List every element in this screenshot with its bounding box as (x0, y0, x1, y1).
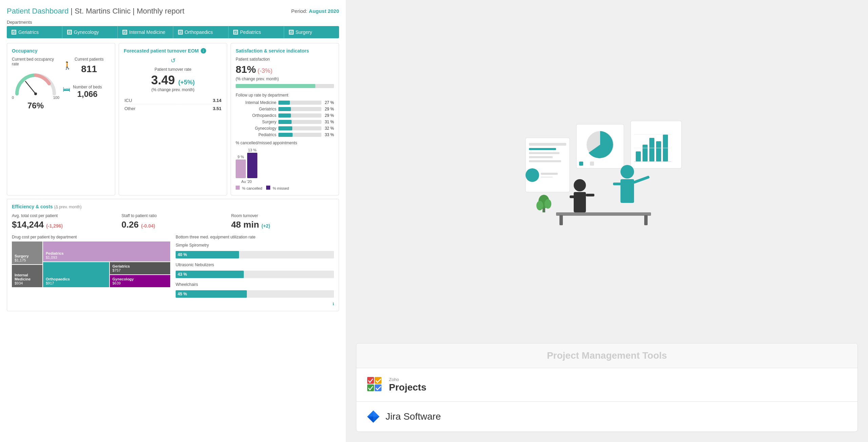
followup-gynecology-pct: 32 % (325, 126, 334, 131)
jira-logo-icon (367, 410, 380, 423)
metrics-row: Avg. total cost per patient $14,244 (-1,… (12, 213, 334, 230)
treemap-pediatrics: Pediatrics $1,093 (43, 241, 170, 261)
pediatrics-cell-value: $1,093 (46, 255, 167, 259)
orthopaedics-cell-name: Orthopaedics (46, 277, 106, 281)
followup-gynecology-label: Gynecology (236, 126, 276, 131)
svg-rect-16 (636, 151, 641, 162)
dept-internal-medicine-checkbox[interactable]: ✓ (122, 30, 127, 35)
dashboard-header: Patient Dashboard | St. Martins Clinic |… (7, 7, 339, 16)
dept-pediatrics-checkbox[interactable]: ✓ (233, 30, 238, 35)
equip-wheelchairs-fill: 45 % (176, 290, 247, 298)
svg-rect-18 (649, 138, 654, 162)
dept-gynecology-checkbox[interactable]: ✓ (67, 30, 72, 35)
gauge-labels: 0 100 (12, 96, 59, 100)
beds-label: Number of beds (73, 85, 102, 89)
turnover-table: ICU 3.14 Other 3.51 (124, 96, 222, 113)
title-sep1: | (68, 7, 75, 15)
svg-rect-7 (529, 160, 561, 162)
svg-rect-31 (633, 175, 650, 184)
dept-geriatrics[interactable]: ✓ Geriatrics (7, 26, 62, 38)
svg-rect-29 (620, 179, 634, 203)
apt-legend: % cancelled % missed (236, 186, 334, 190)
missed-pct-label: 13 % (248, 148, 256, 152)
svg-point-1 (34, 92, 37, 95)
followup-bar-pediatrics: Pediatrics 33 % (236, 132, 334, 137)
other-label: Other (124, 105, 179, 112)
dept-orthopaedics[interactable]: ✓ Orthopaedics (173, 26, 229, 38)
gauge-min: 0 (12, 96, 14, 100)
title-part1: Patient Dashboard (7, 7, 68, 15)
equip-nebulizers-name: Ultrasonic Nebulizers (176, 262, 334, 267)
followup-surgery-pct: 31 % (325, 120, 334, 124)
treemap-orthopaedics: Orthopaedics $917 (43, 262, 109, 287)
departments-bar: ✓ Geriatrics ✓ Gynecology ✓ Internal Med… (7, 26, 339, 38)
drug-cost-section: Drug cost per patient by department Surg… (12, 235, 170, 306)
current-patients-value: 811 (75, 64, 103, 75)
refresh-icon[interactable]: ↺ (124, 57, 222, 64)
jira-item[interactable]: Jira Software (356, 401, 857, 432)
staff-ratio-metric: Staff to patient ratio 0.26 (-0.04) (121, 213, 224, 230)
followup-internal-fill (278, 101, 290, 105)
pm-tools-panel: Project Management Tools Zoho (356, 343, 858, 432)
gauge-display: 76% (12, 101, 59, 110)
legend-missed: % missed (266, 186, 289, 190)
surgery-cell-name: Surgery (15, 254, 40, 258)
satisfaction-card-title: Satisfaction & service indicators (236, 48, 334, 54)
dept-gynecology[interactable]: ✓ Gynecology (62, 26, 118, 38)
followup-orthopaedics-fill (278, 113, 291, 118)
dept-internal-medicine[interactable]: ✓ Internal Medicine (118, 26, 173, 38)
dept-orthopaedics-checkbox[interactable]: ✓ (178, 30, 183, 35)
equipment-section: Bottom three med. equipment utilization … (176, 235, 334, 306)
patient-sat-change: (-3%) (258, 67, 273, 74)
right-panel: Project Management Tools Zoho (346, 0, 868, 442)
person-icon: 🚶 (63, 61, 72, 70)
dept-surgery-checkbox[interactable]: ✓ (289, 30, 294, 35)
other-value: 3.51 (179, 105, 221, 112)
followup-surgery-fill (278, 120, 292, 124)
cancelled-pct-label: 9 % (238, 155, 244, 159)
svg-rect-17 (643, 145, 648, 162)
svg-rect-40 (375, 377, 381, 384)
followup-internal-pct: 27 % (325, 100, 334, 105)
gynecology-cell-name: Gynecology (113, 277, 168, 281)
equip-wheelchairs-track: 45 % (176, 290, 334, 298)
geriatrics-cell-name: Geriatrics (113, 264, 168, 268)
svg-point-28 (620, 165, 634, 178)
zoho-name: Zoho (389, 377, 427, 382)
dept-geriatrics-checkbox[interactable]: ✓ (12, 30, 16, 35)
cancelled-bar-group: 9 % (236, 155, 246, 178)
rate-value: 3.49 (151, 73, 175, 87)
room-turnover-value: 48 min (+2) (231, 219, 334, 230)
forecast-info-icon[interactable]: i (201, 48, 206, 54)
staff-ratio-number: 0.26 (121, 219, 139, 230)
followup-pediatrics-fill (278, 133, 293, 137)
turnover-row-other: Other 3.51 (124, 105, 221, 112)
equip-info-icon[interactable]: ℹ (176, 302, 334, 306)
patients-label: Current patients (75, 57, 103, 62)
illustration-area (356, 10, 858, 333)
title-part2: St. Martins Clinic (75, 7, 131, 15)
dept-geriatrics-label: Geriatrics (18, 29, 39, 35)
followup-bar-orthopaedics: Orthopaedics 29 % (236, 113, 334, 118)
dept-pediatrics[interactable]: ✓ Pediatrics (229, 26, 284, 38)
efficiency-title: Efficiency & costs (Δ prev. month) (12, 204, 334, 209)
patient-sat-value: 81% (236, 64, 256, 75)
treemap-left-col: Surgery $1,175 Internal Medicine $934 (12, 241, 42, 287)
cancelled-bar (236, 160, 246, 178)
title-sep2: | (131, 7, 137, 15)
rate-change: (+5%) (178, 79, 195, 86)
zoho-projects-item[interactable]: Zoho Projects (356, 368, 857, 401)
svg-rect-13 (579, 162, 583, 166)
title-part3: Monthly report (137, 7, 184, 15)
followup-geriatrics-fill (278, 107, 291, 111)
legend-cancelled: % cancelled (236, 186, 262, 190)
internal-cell-name: Internal Medicine (15, 273, 40, 281)
pm-tools-list: Zoho Projects (356, 368, 857, 432)
dept-surgery[interactable]: ✓ Surgery (284, 26, 339, 38)
turnover-rate-label: Patient turnover rate (124, 67, 222, 72)
followup-orthopaedics-pct: 29 % (325, 113, 334, 118)
followup-internal-track (278, 101, 321, 105)
svg-rect-39 (367, 377, 374, 384)
dept-orthopaedics-label: Orthopaedics (185, 29, 213, 35)
zoho-product: Projects (389, 382, 427, 393)
